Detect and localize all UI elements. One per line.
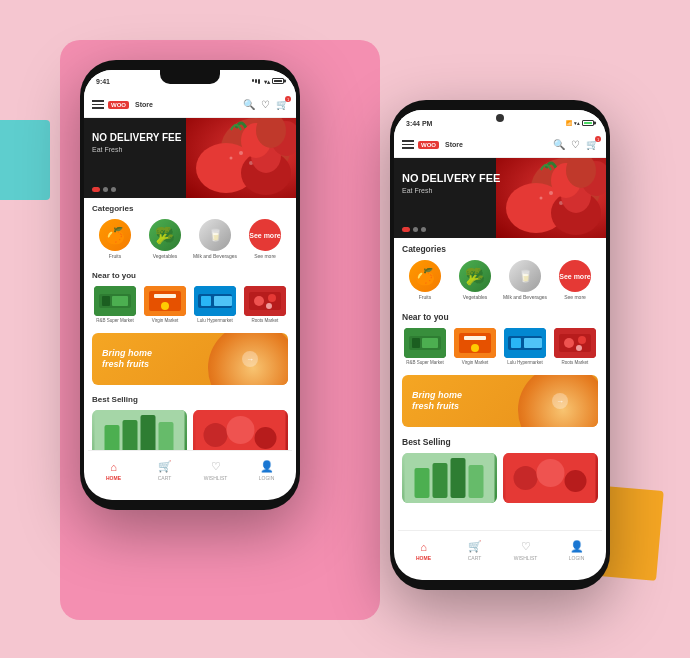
battery-icon-right — [582, 120, 594, 126]
category-fruits-right[interactable]: 🍊 Fruits — [402, 260, 448, 300]
wishlist-label-right: WISHLIST — [514, 555, 538, 561]
phone-left: 9:41 ▾▴ WOO Store — [80, 60, 300, 510]
top-nav-left: WOO Store 🔍 ♡ 🛒 1 — [84, 92, 296, 118]
more-label-r: See more — [564, 294, 586, 300]
wishlist-icon-bottom-right: ♡ — [521, 540, 531, 553]
svg-rect-43 — [422, 338, 438, 348]
phone-right-screen: 3:44 PM 📶 ▾▴ WOO Store 🔍 ♡ 🛒 — [394, 110, 606, 580]
svg-point-4 — [249, 161, 253, 165]
product-card-2-right[interactable] — [503, 453, 598, 503]
milk-label: Milk and Beverages — [193, 253, 237, 259]
store-lulu-right[interactable]: Lulu Hypermarket — [502, 328, 548, 365]
hero-banner-right: NO DELIVERY FEE Eat Fresh — [394, 158, 606, 238]
svg-point-65 — [565, 470, 587, 492]
category-vegetables-right[interactable]: 🥦 Vegetables — [452, 260, 498, 300]
hamburger-menu-left[interactable] — [92, 100, 104, 109]
svg-point-23 — [266, 303, 272, 309]
best-selling-section-right: Best Selling — [394, 431, 606, 509]
category-more-right[interactable]: See more See more — [552, 260, 598, 300]
categories-row-left: 🍊 Fruits 🥦 Vegetables 🥛 Milk and Beverag… — [92, 219, 288, 259]
hero-dots-right — [402, 227, 426, 232]
home-label-right: HOME — [416, 555, 431, 561]
milk-label-r: Milk and Beverages — [503, 294, 547, 300]
nav-cart-left[interactable]: 🛒 CART — [139, 460, 190, 481]
category-fruits-left[interactable]: 🍊 Fruits — [92, 219, 138, 259]
best-selling-title-right: Best Selling — [402, 437, 598, 447]
nav-home-right[interactable]: ⌂ HOME — [398, 541, 449, 561]
wishlist-icon-left[interactable]: ♡ — [261, 99, 270, 110]
category-more-left[interactable]: See more See more — [242, 219, 288, 259]
nav-cart-right[interactable]: 🛒 CART — [449, 540, 500, 561]
login-icon-left: 👤 — [260, 460, 274, 473]
search-icon-left[interactable]: 🔍 — [243, 99, 255, 110]
promo-banner-left[interactable]: Bring home fresh fruits → — [92, 333, 288, 385]
wishlist-label-left: WISHLIST — [204, 475, 228, 481]
category-vegetables-left[interactable]: 🥦 Vegetables — [142, 219, 188, 259]
svg-rect-60 — [451, 458, 466, 498]
search-icon-right[interactable]: 🔍 — [553, 139, 565, 150]
store-lulu-left[interactable]: Lulu Hypermarket — [192, 286, 238, 323]
svg-rect-42 — [412, 338, 420, 348]
store-name-virgin-r: Virgin Market — [462, 360, 488, 365]
wishlist-icon-right[interactable]: ♡ — [571, 139, 580, 150]
cart-label-left: CART — [158, 475, 172, 481]
vegetables-circle-r: 🥦 — [459, 260, 491, 292]
status-icons-right: 📶 ▾▴ — [566, 120, 594, 126]
store-roots-right[interactable]: Roots Market — [552, 328, 598, 365]
more-label: See more — [254, 253, 276, 259]
svg-point-63 — [514, 466, 538, 490]
nav-wishlist-left[interactable]: ♡ WISHLIST — [190, 460, 241, 481]
category-milk-right[interactable]: 🥛 Milk and Beverages — [502, 260, 548, 300]
hero-dot-2 — [103, 187, 108, 192]
store-rb-right[interactable]: R&B Super Market — [402, 328, 448, 365]
milk-emoji-r: 🥛 — [518, 269, 533, 283]
hamburger-menu-right[interactable] — [402, 140, 414, 149]
vegetables-emoji: 🥦 — [155, 226, 175, 245]
status-time-left: 9:41 — [96, 78, 110, 85]
cart-icon-right[interactable]: 🛒 1 — [586, 139, 598, 150]
fruits-label: Fruits — [109, 253, 122, 259]
svg-rect-58 — [415, 468, 430, 498]
svg-point-22 — [268, 294, 276, 302]
store-thumb-1 — [94, 286, 136, 316]
battery-icon-left — [272, 78, 284, 84]
store-thumb-3-r — [504, 328, 546, 358]
store-virgin-left[interactable]: Virgin Market — [142, 286, 188, 323]
signal-bar-2 — [255, 79, 257, 83]
nav-login-left[interactable]: 👤 LOGIN — [241, 460, 292, 481]
svg-point-32 — [255, 427, 277, 449]
promo-title-left: Bring home fresh fruits — [102, 348, 152, 371]
cart-icon-left[interactable]: 🛒 1 — [276, 99, 288, 110]
phone-left-screen: 9:41 ▾▴ WOO Store — [84, 70, 296, 500]
svg-point-36 — [549, 191, 553, 195]
store-name-lulu: Lulu Hypermarket — [197, 318, 233, 323]
svg-rect-46 — [464, 336, 486, 340]
store-thumb-3 — [194, 286, 236, 316]
svg-rect-17 — [201, 296, 211, 306]
nav-wishlist-right[interactable]: ♡ WISHLIST — [500, 540, 551, 561]
promo-banner-right[interactable]: Bring home fresh fruits → — [402, 375, 598, 427]
cart-badge-left: 1 — [285, 96, 291, 102]
milk-emoji: 🥛 — [208, 228, 223, 242]
fruits-emoji-r: 🍊 — [415, 267, 435, 286]
product-card-1-right[interactable] — [402, 453, 497, 503]
promo-text-left: Bring home fresh fruits — [102, 348, 152, 371]
svg-point-56 — [576, 345, 582, 351]
store-rb-left[interactable]: R&B Super Market — [92, 286, 138, 323]
milk-circle: 🥛 — [199, 219, 231, 251]
svg-point-21 — [254, 296, 264, 306]
store-roots-left[interactable]: Roots Market — [242, 286, 288, 323]
nav-login-right[interactable]: 👤 LOGIN — [551, 540, 602, 561]
category-milk-left[interactable]: 🥛 Milk and Beverages — [192, 219, 238, 259]
svg-point-64 — [537, 459, 565, 487]
wifi-icon-right: ▾▴ — [574, 120, 580, 126]
nav-home-left[interactable]: ⌂ HOME — [88, 461, 139, 481]
store-thumb-2 — [144, 286, 186, 316]
near-you-section-right: Near to you R&B Super Market Virgin Mark… — [394, 306, 606, 371]
promo-arrow-left[interactable]: → — [242, 351, 258, 367]
svg-point-6 — [260, 147, 263, 150]
store-virgin-right[interactable]: Virgin Market — [452, 328, 498, 365]
hero-title-right: NO DELIVERY FEE — [402, 172, 500, 185]
store-label-left: Store — [135, 101, 153, 108]
promo-arrow-right[interactable]: → — [552, 393, 568, 409]
